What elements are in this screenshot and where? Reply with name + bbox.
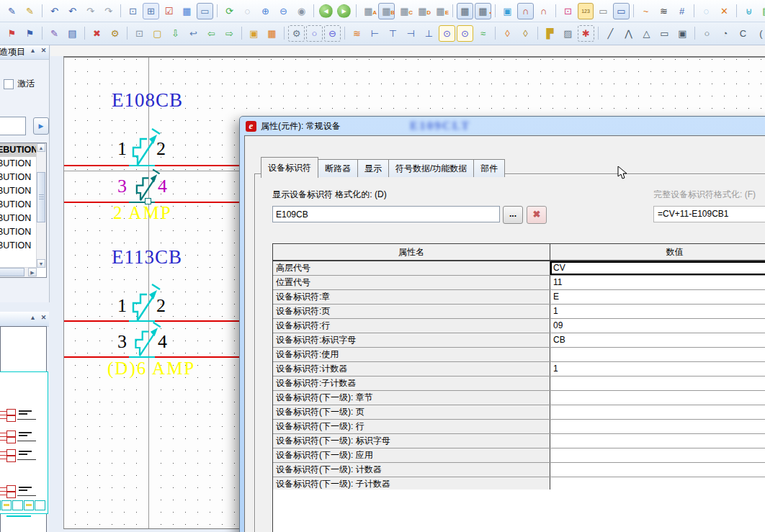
property-value-cell[interactable]: CV xyxy=(550,261,765,275)
property-name-cell[interactable]: 设备标识符(下一级): 应用 xyxy=(273,448,550,462)
draw-line-icon[interactable]: ╱ xyxy=(602,25,619,42)
grid-snap-icon[interactable]: ▦• xyxy=(475,3,491,19)
close-icon[interactable]: ✕ xyxy=(40,314,48,322)
undo-icon[interactable]: ↶ xyxy=(64,3,81,19)
format-paint-icon[interactable]: ✎ xyxy=(4,3,20,19)
draw-rect2-icon[interactable]: ▣ xyxy=(674,25,691,42)
conn-wave-icon[interactable]: ~ xyxy=(638,3,654,19)
property-name-cell[interactable]: 设备标识符:使用 xyxy=(273,348,550,361)
project-list-item[interactable]: BUTION xyxy=(0,239,37,253)
tnode-right-icon[interactable]: ⊢ xyxy=(367,25,383,42)
property-name-cell[interactable]: 设备标识符:行 xyxy=(273,319,550,333)
property-name-cell[interactable]: 高层代号 xyxy=(273,261,550,275)
delete-dt-button[interactable]: ✖ xyxy=(527,206,547,224)
layer-box-icon[interactable]: ▛ xyxy=(542,25,558,42)
property-value-cell[interactable] xyxy=(550,391,765,405)
magnet-on-icon[interactable]: ∩ xyxy=(517,3,534,19)
tnode-left-icon[interactable]: ⊣ xyxy=(403,25,419,42)
tnode-down-icon[interactable]: ⊤ xyxy=(385,25,401,42)
amp-label-e113[interactable]: (D)6 AMP xyxy=(107,359,195,379)
settings-pair-icon[interactable]: ⚙ xyxy=(288,25,305,42)
project-list-item[interactable]: BUTION xyxy=(0,225,37,239)
repair-icon[interactable]: ⚙ xyxy=(107,25,123,42)
property-value-cell[interactable] xyxy=(550,448,765,462)
scroll-up-icon[interactable]: ▲ xyxy=(37,143,45,152)
undo-marked-icon[interactable]: ↶ xyxy=(46,3,63,19)
draw-curve-icon[interactable]: ( xyxy=(753,25,765,42)
format-paint-alt-icon[interactable]: ✎ xyxy=(22,3,38,19)
property-name-cell[interactable]: 设备标识符:计数器 xyxy=(273,362,550,376)
property-value-cell[interactable] xyxy=(550,405,765,419)
browse-button[interactable]: ... xyxy=(503,206,523,224)
zoom-area-icon[interactable]: ◌ xyxy=(239,3,256,19)
delete-dt-icon[interactable]: ✖ xyxy=(89,25,105,42)
magnet-move-icon[interactable]: ∩ xyxy=(535,3,552,19)
wires-icon[interactable]: ≋ xyxy=(349,25,365,42)
property-name-cell[interactable]: 设备标识符:子计数器 xyxy=(273,377,550,390)
draw-circle-icon[interactable]: ○ xyxy=(699,25,715,42)
grid-a-icon[interactable]: ▦A xyxy=(360,3,377,19)
scroll-down-icon[interactable]: ▼ xyxy=(37,259,45,268)
vertical-scroll-thumb[interactable] xyxy=(37,172,45,222)
flash-box-icon[interactable]: ✱ xyxy=(578,25,594,42)
column-header-value[interactable]: 数值 xyxy=(550,244,765,260)
potential-on-icon[interactable]: ⊙ xyxy=(439,25,455,42)
go-back-icon[interactable]: ◀ xyxy=(319,4,333,18)
interrupt-in-icon[interactable]: ◊ xyxy=(517,25,534,42)
numbers-chip-icon[interactable]: 123 xyxy=(578,3,594,19)
property-name-cell[interactable]: 位置代号 xyxy=(273,276,550,289)
scroll-right-icon[interactable]: ▶ xyxy=(28,268,37,276)
activate-checkbox[interactable] xyxy=(4,79,14,89)
property-value-cell[interactable] xyxy=(550,420,765,433)
refresh-icon[interactable]: ⟳ xyxy=(221,3,238,19)
list-horizontal-scrollbar[interactable]: ▶ xyxy=(0,267,37,277)
new-page-icon[interactable]: ▢ xyxy=(149,25,166,42)
interrupt-out-icon[interactable]: ◊ xyxy=(499,25,516,42)
project-list-item[interactable]: BUTION xyxy=(0,212,37,225)
flag-blue-icon[interactable]: ⚑ xyxy=(22,25,38,42)
copy-page-icon[interactable]: ⊡ xyxy=(131,25,148,42)
tab-display[interactable]: 显示 xyxy=(358,159,389,177)
property-value-cell[interactable]: 11 xyxy=(550,276,765,289)
green-connect-icon[interactable]: ≈ xyxy=(475,25,491,42)
project-list-item[interactable]: BUTION xyxy=(0,157,37,171)
update-node-icon[interactable]: ◌ xyxy=(698,3,715,19)
draw-circle-fill-icon[interactable]: ◔ xyxy=(717,25,733,42)
project-list-item[interactable]: BUTION xyxy=(0,198,37,212)
save-dt-icon[interactable]: ▤ xyxy=(64,25,81,42)
zoom-in-icon[interactable]: ⊕ xyxy=(257,3,274,19)
amp-label-e108[interactable]: 2 AMP xyxy=(113,203,172,223)
parts-color-icon[interactable]: ▤ xyxy=(759,3,765,19)
project-filter-input[interactable] xyxy=(0,117,26,135)
stretch-icon[interactable]: ✕ xyxy=(716,3,733,19)
grid-d-icon[interactable]: ▦D xyxy=(414,3,431,19)
tab-parts[interactable]: 部件 xyxy=(474,159,505,177)
tnode-up-icon[interactable]: ⊥ xyxy=(421,25,437,42)
hatch-box-icon[interactable]: ▨ xyxy=(560,25,576,42)
displayed-dt-input[interactable] xyxy=(272,206,500,222)
full-dt-value[interactable]: =CV+11-E109CB1 xyxy=(653,206,765,222)
property-value-cell[interactable]: CB xyxy=(550,333,765,347)
project-list-item[interactable]: BUTION xyxy=(0,184,37,198)
page-prev-icon[interactable]: ⇦ xyxy=(203,25,220,42)
property-name-cell[interactable]: 设备标识符:章 xyxy=(273,290,550,304)
tab-breaker[interactable]: 断路器 xyxy=(318,159,358,177)
preview-panel-titlebar[interactable]: ▴ ✕ xyxy=(0,312,49,327)
grid-toggle-icon[interactable]: ▦ xyxy=(457,3,473,19)
redo-icon[interactable]: ↷ xyxy=(82,3,99,19)
property-value-cell[interactable] xyxy=(550,377,765,390)
tab-device-tag[interactable]: 设备标识符 xyxy=(261,157,318,178)
property-name-cell[interactable]: 设备标识符:标识字母 xyxy=(273,333,550,347)
list-vertical-scrollbar[interactable]: ▲ ▼ xyxy=(36,143,46,268)
property-value-cell[interactable] xyxy=(550,463,765,477)
page-import-icon[interactable]: ⇩ xyxy=(167,25,184,42)
object-snap-icon[interactable]: ▣ xyxy=(499,3,516,19)
column-header-property[interactable]: 属性名 xyxy=(273,244,550,260)
page-return-icon[interactable]: ↩ xyxy=(185,25,202,42)
property-value-cell[interactable]: E xyxy=(550,290,765,304)
schema-pink-icon[interactable]: ⊡ xyxy=(560,3,576,19)
potential-off-icon[interactable]: ⊙ xyxy=(457,25,473,42)
grid-c-icon[interactable]: ▦C xyxy=(396,3,413,19)
grid-b-icon[interactable]: ▦B xyxy=(378,3,395,19)
terminals-icon[interactable]: ▦ xyxy=(264,25,280,42)
